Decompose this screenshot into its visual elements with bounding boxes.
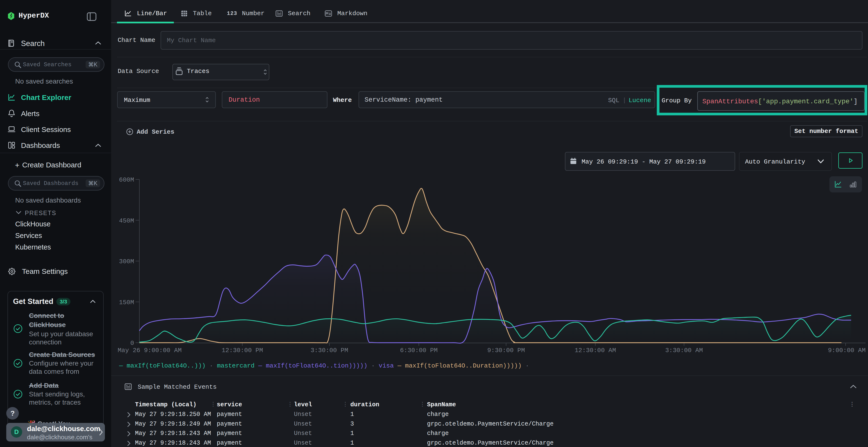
svg-text:3:30:00 AM: 3:30:00 AM — [665, 347, 703, 354]
svg-text:3:30:00 PM: 3:30:00 PM — [311, 347, 348, 354]
svg-text:0: 0 — [130, 340, 134, 347]
svg-text:12:30:00 PM: 12:30:00 PM — [222, 347, 263, 354]
svg-text:6:30:00 PM: 6:30:00 PM — [400, 347, 438, 354]
svg-text:450M: 450M — [119, 217, 134, 225]
svg-text:150M: 150M — [119, 299, 134, 306]
svg-text:May 26 9:00:00 AM: May 26 9:00:00 AM — [118, 347, 182, 354]
svg-text:600M: 600M — [119, 176, 134, 183]
svg-text:9:00:00 AM: 9:00:00 AM — [828, 347, 866, 354]
svg-text:9:30:00 PM: 9:30:00 PM — [487, 347, 525, 354]
svg-text:300M: 300M — [119, 258, 134, 265]
svg-text:12:30:00 AM: 12:30:00 AM — [575, 347, 616, 354]
